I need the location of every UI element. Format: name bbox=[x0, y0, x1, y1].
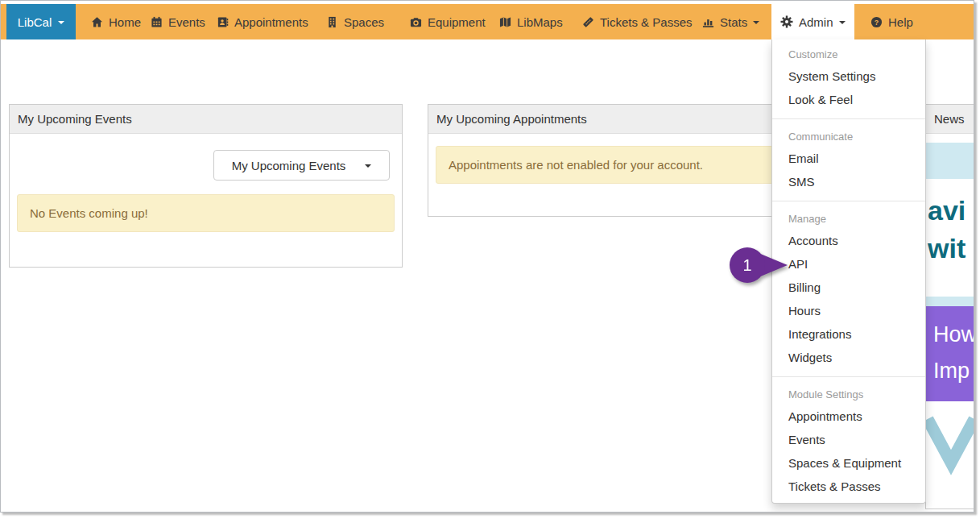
libcal-brand-button[interactable]: LibCal bbox=[6, 4, 76, 39]
bar-chart-icon bbox=[702, 16, 714, 28]
news-card-line: How bbox=[933, 317, 974, 353]
svg-text:?: ? bbox=[875, 18, 879, 26]
calendar-icon bbox=[151, 16, 163, 28]
menu-item-look-feel[interactable]: Look & Feel bbox=[772, 88, 925, 111]
panel-title: My Upcoming Appointments bbox=[428, 105, 821, 134]
callout-number: 1 bbox=[730, 247, 765, 283]
building-icon bbox=[326, 16, 338, 28]
news-card-line: Imp bbox=[933, 353, 974, 389]
annotation-callout-1: 1 bbox=[730, 247, 791, 283]
nav-label: Help bbox=[888, 15, 913, 29]
menu-section-header: Module Settings bbox=[772, 384, 925, 405]
brand-label: LibCal bbox=[18, 15, 52, 29]
menu-item-appointments-settings[interactable]: Appointments bbox=[772, 405, 925, 428]
menu-item-sms[interactable]: SMS bbox=[772, 170, 925, 193]
app-window: LibCal Home Events Appointments Spaces bbox=[0, 0, 974, 513]
map-icon bbox=[499, 16, 511, 28]
panel-title: My Upcoming Events bbox=[10, 105, 402, 134]
events-filter-dropdown[interactable]: My Upcoming Events bbox=[213, 150, 390, 181]
menu-item-spaces-equipment-settings[interactable]: Spaces & Equipment bbox=[772, 451, 925, 475]
address-book-icon bbox=[217, 16, 229, 28]
menu-divider bbox=[772, 118, 925, 119]
chevron-down-icon bbox=[753, 21, 759, 24]
news-headline-line: avi bbox=[928, 192, 974, 230]
nav-label: LibMaps bbox=[517, 15, 563, 29]
nav-stats[interactable]: Stats bbox=[692, 4, 770, 39]
menu-item-system-settings[interactable]: System Settings bbox=[772, 64, 925, 88]
panel-title: News bbox=[926, 105, 974, 134]
question-icon: ? bbox=[870, 16, 883, 28]
nav-label: Home bbox=[109, 15, 141, 29]
nav-label: Appointments bbox=[234, 15, 308, 29]
nav-equipment[interactable]: Equipment bbox=[399, 4, 496, 39]
news-headline-line: wit bbox=[928, 230, 974, 268]
chevron-down-graphic bbox=[926, 401, 974, 508]
menu-divider bbox=[772, 376, 925, 377]
menu-item-api[interactable]: API bbox=[772, 252, 925, 276]
appointments-disabled-alert: Appointments are not enabled for your ac… bbox=[436, 146, 813, 184]
nav-label: Spaces bbox=[344, 15, 384, 29]
menu-item-tickets-passes-settings[interactable]: Tickets & Passes bbox=[772, 475, 925, 498]
news-headline-fragment: avi wit bbox=[926, 179, 974, 297]
nav-events[interactable]: Events bbox=[140, 4, 216, 39]
events-filter-label: My Upcoming Events bbox=[232, 159, 346, 172]
nav-appointments[interactable]: Appointments bbox=[206, 4, 319, 39]
news-story-thumbnail[interactable]: avi wit How Imp bbox=[926, 143, 974, 508]
menu-item-widgets[interactable]: Widgets bbox=[772, 346, 925, 369]
ticket-icon bbox=[582, 16, 594, 28]
home-icon bbox=[91, 16, 103, 28]
camera-icon bbox=[410, 16, 422, 28]
nav-spaces[interactable]: Spaces bbox=[316, 4, 395, 39]
nav-label: Tickets & Passes bbox=[600, 15, 692, 29]
menu-item-hours[interactable]: Hours bbox=[772, 299, 925, 322]
news-panel: News avi wit How Imp bbox=[925, 104, 974, 509]
news-card-fragment: How Imp bbox=[926, 306, 974, 401]
nav-label: Stats bbox=[720, 15, 747, 29]
my-upcoming-appointments-panel: My Upcoming Appointments Appointments ar… bbox=[428, 104, 821, 217]
menu-item-events-settings[interactable]: Events bbox=[772, 428, 925, 451]
nav-label: Equipment bbox=[428, 15, 486, 29]
libcal-dashboard-page: LibCal Home Events Appointments Spaces bbox=[0, 0, 980, 523]
nav-label: Events bbox=[168, 15, 205, 29]
menu-section-header: Manage bbox=[772, 209, 925, 229]
news-image-strip bbox=[926, 297, 974, 306]
nav-admin[interactable]: Admin bbox=[771, 4, 854, 39]
menu-item-billing[interactable]: Billing bbox=[772, 276, 925, 299]
menu-item-integrations[interactable]: Integrations bbox=[772, 322, 925, 346]
chevron-down-icon bbox=[365, 164, 371, 168]
menu-divider bbox=[772, 201, 925, 201]
nav-help[interactable]: ? Help bbox=[860, 4, 924, 39]
menu-item-email[interactable]: Email bbox=[772, 147, 925, 170]
chevron-down-icon bbox=[58, 21, 64, 24]
top-navbar: LibCal Home Events Appointments Spaces bbox=[1, 4, 974, 39]
menu-section-header: Customize bbox=[772, 44, 925, 64]
menu-item-accounts[interactable]: Accounts bbox=[772, 229, 925, 252]
my-upcoming-events-panel: My Upcoming Events My Upcoming Events No… bbox=[9, 104, 403, 268]
admin-dropdown-menu: Customize System Settings Look & Feel Co… bbox=[771, 39, 926, 504]
menu-section-header: Communicate bbox=[772, 127, 925, 147]
gear-icon bbox=[780, 15, 793, 28]
nav-libmaps[interactable]: LibMaps bbox=[489, 4, 573, 39]
no-events-alert: No Events coming up! bbox=[17, 194, 395, 232]
nav-tickets-passes[interactable]: Tickets & Passes bbox=[572, 4, 702, 39]
news-image-band bbox=[926, 143, 974, 179]
chevron-down-icon bbox=[839, 21, 846, 24]
nav-label: Admin bbox=[799, 15, 833, 29]
